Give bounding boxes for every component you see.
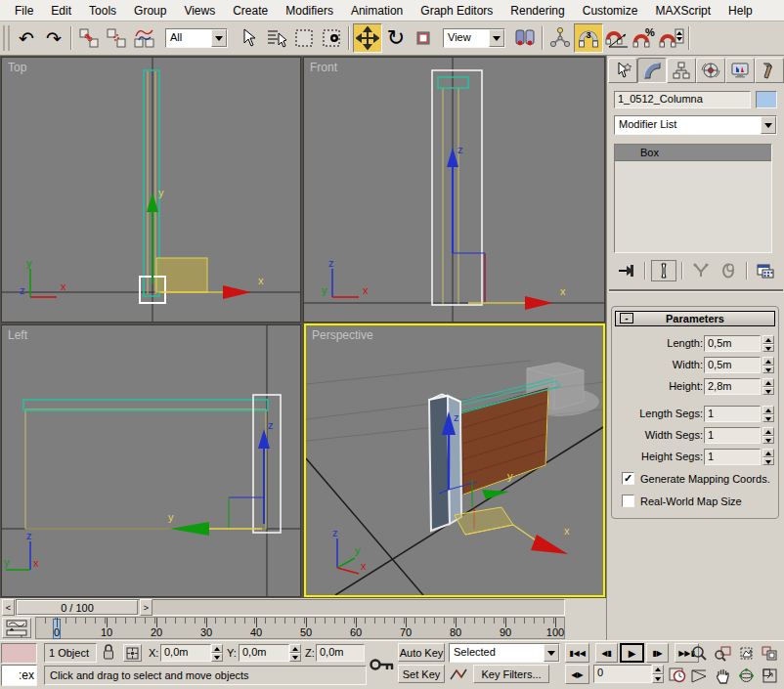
maxscript-listener-white[interactable]: :ex <box>1 665 37 686</box>
pin-stack-button[interactable] <box>614 260 639 281</box>
parameters-rollout-header[interactable]: - Parameters <box>615 311 775 326</box>
select-and-manipulate-button[interactable] <box>546 24 574 52</box>
configure-modifier-sets-button[interactable] <box>753 260 778 281</box>
select-and-move-button[interactable] <box>353 23 382 53</box>
field-of-view-button[interactable] <box>688 666 710 686</box>
selection-filter-dropdown[interactable]: All <box>165 28 228 48</box>
go-to-start-button[interactable]: ▮◀◀ <box>565 643 589 663</box>
menu-edit[interactable]: Edit <box>42 1 80 21</box>
param-length-spinner[interactable] <box>762 335 774 352</box>
track-bar-ruler[interactable]: 0 10 20 30 40 50 60 70 80 90 100 <box>35 617 565 639</box>
next-frame-button[interactable]: ▮▶ <box>646 643 669 663</box>
selection-set-dropdown[interactable]: Selected <box>449 643 560 663</box>
arc-rotate-button[interactable] <box>735 666 757 686</box>
menu-views[interactable]: Views <box>175 1 224 21</box>
remove-modifier-button[interactable] <box>716 260 741 281</box>
menu-customize[interactable]: Customize <box>574 1 647 21</box>
tab-create[interactable] <box>608 58 637 83</box>
key-filters-button[interactable]: Key Filters... <box>473 665 549 683</box>
zoom-all-button[interactable] <box>712 643 733 664</box>
select-by-name-button[interactable] <box>263 24 290 52</box>
select-and-link-button[interactable] <box>75 24 103 52</box>
current-frame-field[interactable]: 0 <box>593 665 652 683</box>
real-world-map-size-checkbox[interactable] <box>622 495 634 507</box>
modifier-stack-list[interactable]: Box <box>614 144 772 253</box>
param-width-segs-field[interactable]: 1 <box>704 427 761 444</box>
spinner-snap-toggle-button[interactable] <box>658 24 685 52</box>
bind-to-space-warp-button[interactable] <box>130 24 157 52</box>
param-height-spinner[interactable] <box>762 378 774 395</box>
param-length-segs-field[interactable]: 1 <box>704 406 761 422</box>
select-and-rotate-button[interactable]: ↻ <box>382 24 410 52</box>
modifier-list-dropdown[interactable]: Modifier List <box>614 115 777 135</box>
auto-key-button[interactable]: Auto Key <box>398 643 445 662</box>
viewport-left[interactable]: Left z y z y x <box>1 324 301 597</box>
menu-animation[interactable]: Animation <box>342 1 412 21</box>
maxscript-listener-pink[interactable] <box>1 643 37 664</box>
tab-utilities[interactable] <box>755 58 784 83</box>
tab-motion[interactable] <box>696 58 725 83</box>
generate-mapping-coords-checkbox[interactable]: ✓ <box>622 472 634 485</box>
param-height-segs-spinner[interactable] <box>762 449 774 465</box>
menu-modifiers[interactable]: Modifiers <box>277 1 342 21</box>
menu-help[interactable]: Help <box>719 1 762 21</box>
x-coord-field[interactable]: 0,0m <box>160 644 211 662</box>
y-coord-field[interactable]: 0,0m <box>239 644 289 662</box>
previous-frame-button[interactable]: ◀▮ <box>595 643 618 663</box>
y-coord-spinner[interactable] <box>289 644 301 662</box>
param-width-segs-spinner[interactable] <box>762 427 774 444</box>
previous-frame-arrow-button[interactable]: < <box>2 599 15 616</box>
object-name-field[interactable]: 1_0512_Columna <box>614 91 751 108</box>
rectangular-selection-region-button[interactable] <box>290 24 318 52</box>
time-configuration-button[interactable] <box>669 666 686 685</box>
play-animation-button[interactable]: ▶ <box>620 643 644 663</box>
param-width-field[interactable]: 0,5m <box>704 357 761 373</box>
tab-display[interactable] <box>725 58 755 83</box>
time-slider-handle[interactable]: 0 / 100 <box>17 600 138 615</box>
use-pivot-point-center-button[interactable] <box>511 24 539 52</box>
snaps-toggle-button[interactable]: 3 <box>574 23 603 53</box>
param-length-field[interactable]: 0,5m <box>704 335 761 352</box>
menu-create[interactable]: Create <box>224 1 277 21</box>
tab-hierarchy[interactable] <box>667 58 696 83</box>
unlink-selection-button[interactable] <box>103 24 130 52</box>
viewport-perspective[interactable]: Perspective <box>304 323 605 597</box>
menu-graph-editors[interactable]: Graph Editors <box>412 1 501 21</box>
zoom-extents-button[interactable] <box>735 643 757 664</box>
zoom-extents-all-button[interactable] <box>759 643 780 664</box>
menu-maxscript[interactable]: MAXScript <box>646 1 719 21</box>
rollout-collapse-icon[interactable]: - <box>620 313 633 323</box>
selection-lock-toggle[interactable] <box>102 644 115 663</box>
menu-tools[interactable]: Tools <box>80 1 125 21</box>
menu-file[interactable]: File <box>6 1 42 21</box>
pan-view-button[interactable] <box>712 666 733 686</box>
open-mini-curve-editor-button[interactable] <box>2 618 31 638</box>
object-color-swatch[interactable] <box>756 91 777 108</box>
percent-snap-toggle-button[interactable]: % <box>631 24 658 52</box>
key-mode-toggle-button[interactable]: ◀▶ <box>565 665 589 684</box>
next-frame-arrow-button[interactable]: > <box>140 599 152 616</box>
current-frame-spinner[interactable] <box>652 665 664 683</box>
param-width-spinner[interactable] <box>762 357 774 373</box>
viewport-top[interactable]: Top y x y z x <box>1 57 301 323</box>
angle-snap-toggle-button[interactable] <box>603 24 631 52</box>
toolbar-drag-handle[interactable] <box>3 25 10 51</box>
stack-item-box[interactable]: Box <box>615 145 771 161</box>
param-length-segs-spinner[interactable] <box>762 406 774 422</box>
redo-button[interactable]: ↷ <box>40 24 67 52</box>
param-height-segs-field[interactable]: 1 <box>704 449 761 465</box>
menu-rendering[interactable]: Rendering <box>501 1 573 21</box>
viewport-front[interactable]: Front z x z y <box>303 57 605 323</box>
maximize-viewport-toggle-button[interactable] <box>759 666 780 686</box>
set-keys-button[interactable] <box>370 645 395 684</box>
absolute-mode-transform-button[interactable] <box>123 644 142 662</box>
default-in-out-tangent-button[interactable] <box>449 667 468 684</box>
z-coord-field[interactable]: 0,0m <box>316 644 365 662</box>
select-and-scale-button[interactable] <box>410 24 437 52</box>
show-end-result-button[interactable] <box>651 260 676 281</box>
zoom-button[interactable] <box>688 643 710 664</box>
menu-group[interactable]: Group <box>125 1 175 21</box>
select-object-button[interactable] <box>236 24 263 52</box>
make-unique-button[interactable] <box>688 260 714 281</box>
x-coord-spinner[interactable] <box>211 644 223 662</box>
